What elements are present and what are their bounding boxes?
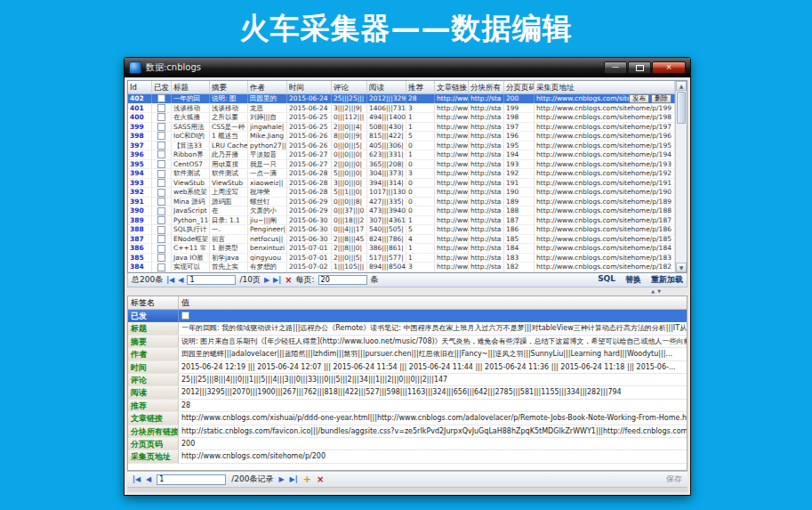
published-checkbox[interactable]	[157, 254, 165, 262]
form-field-value[interactable]: 2012|||3295|||2070|||1900|||267|||762|||…	[179, 386, 687, 398]
table-row[interactable]: 384 实现可以 首先上实 有梦想的 2015-07-02 1|||105|||…	[128, 263, 675, 272]
published-checkbox[interactable]	[157, 104, 165, 112]
previous-record-icon[interactable]: ◀	[146, 475, 151, 483]
form-row[interactable]: 作者 田园里的蟋蟀|||adalovelacer|||蓝陌然|||lzhdim|…	[128, 348, 687, 360]
form-row[interactable]: 推荐 28	[128, 400, 687, 412]
form-row[interactable]: 摘要 说明: 图片来自音乐期刊《[年少轻狂人得意](http://www.luo…	[128, 336, 687, 348]
column-header-comments[interactable]: 评论	[332, 81, 367, 93]
form-row-published[interactable]: 已发	[128, 310, 687, 322]
form-row[interactable]: 采集页地址 http://www.cnblogs.com/sitehome/p/…	[128, 450, 687, 463]
table-row[interactable]: 390 JavaScript 在 欠萧的小 2015-06-29 0|||37|…	[128, 206, 675, 216]
scroll-up-icon[interactable]: ▲	[676, 81, 687, 91]
table-row[interactable]: 398 IoC和DI的 1 概述当 Mike.Jiang 2015-06-26 …	[128, 132, 675, 142]
last-page-icon[interactable]: ▶|	[273, 276, 281, 284]
form-field-value[interactable]: 25|||25|||8|||4|||0|||1|||5|||4|||3|||0|…	[179, 374, 687, 385]
form-field-value[interactable]: 200	[179, 438, 687, 449]
last-record-icon[interactable]: ▶|	[290, 475, 298, 483]
table-row[interactable]: 392 web系统架 上周没写 祝坤荣 2015-06-28 5|||1|||0…	[128, 188, 675, 198]
published-checkbox[interactable]	[157, 113, 165, 121]
column-header-collect-url[interactable]: 采集页地址	[535, 81, 675, 93]
delete-record-icon[interactable]: ×	[317, 475, 324, 484]
form-row[interactable]: 分页页码 200	[128, 438, 687, 450]
form-field-value[interactable]: http://static.cnblogs.com/favicon.ico|||…	[179, 425, 687, 437]
add-record-icon[interactable]: +	[303, 475, 311, 484]
table-row[interactable]: 402 一年的回 说明: 图 田园里的 2015-06-24 25|||25||…	[128, 94, 675, 104]
first-page-icon[interactable]: |◀	[166, 276, 174, 284]
maximize-button[interactable]	[628, 61, 651, 74]
form-field-value[interactable]: 田园里的蟋蟀|||adalovelacer|||蓝陌然|||lzhdim|||慧…	[179, 348, 687, 360]
published-checkbox[interactable]	[157, 216, 165, 224]
form-row[interactable]: 分块所有链接 http://static.cnblogs.com/favicon…	[128, 425, 687, 438]
table-row[interactable]: 395 CentOS7 用qt直接 我是一只 2015-06-27 2|||0|…	[128, 160, 675, 170]
record-number-input[interactable]	[157, 474, 226, 485]
close-pager-icon[interactable]: ×	[285, 276, 292, 285]
column-header-id[interactable]: Id	[128, 81, 152, 93]
table-row[interactable]: 397 【算法33 LRU Cache python27|| 2015-06-2…	[128, 142, 675, 151]
panel-splitter[interactable]: ▲ ▼	[127, 287, 687, 295]
published-checkbox[interactable]	[157, 132, 165, 140]
column-header-page-number[interactable]: 分页页码	[504, 81, 535, 93]
column-header-recommend[interactable]: 推荐	[406, 81, 435, 93]
close-button[interactable]: ×	[652, 61, 686, 74]
published-checkbox[interactable]	[157, 207, 165, 215]
form-field-value[interactable]: http://www.cnblogs.com/sitehome/p/200	[179, 450, 687, 462]
column-header-author[interactable]: 作者	[248, 81, 287, 93]
splitter-down-icon[interactable]: ▼	[657, 288, 661, 295]
published-checkbox[interactable]	[157, 123, 165, 131]
first-record-icon[interactable]: |◀	[133, 475, 141, 483]
table-row[interactable]: 400 在火狐播 之所以要 刘婷|||自 2015-06-25 0|||112|…	[128, 113, 675, 123]
published-checkbox[interactable]	[157, 263, 165, 271]
per-page-input[interactable]	[318, 275, 367, 285]
published-checkbox[interactable]	[157, 198, 165, 206]
published-checkbox[interactable]	[157, 94, 165, 102]
form-row[interactable]: 标题 一年的回顾: 我的领域驱动设计之路|||远程办公《Remote》读书笔记:…	[128, 322, 687, 335]
table-row[interactable]: 396 Ribbon界 此乃开播 平淡如昔 2015-06-27 0|||0||…	[128, 150, 675, 160]
published-checkbox[interactable]	[181, 312, 189, 320]
form-row[interactable]: 时间 2015-06-24 12:19 ||| 2015-06-24 12:07…	[128, 361, 687, 374]
column-header-title[interactable]: 标题	[172, 81, 210, 93]
next-record-icon[interactable]: ▶	[278, 475, 284, 483]
scrollbar-track[interactable]	[676, 125, 687, 263]
published-checkbox[interactable]	[157, 150, 165, 158]
minimize-button[interactable]: —	[604, 61, 627, 74]
splitter-up-icon[interactable]: ▲	[651, 288, 655, 295]
scroll-down-icon[interactable]: ▼	[676, 263, 687, 272]
table-row[interactable]: 394 软件测试 软件测试 一点一滴 2015-06-28 5|||0|||0|…	[128, 169, 675, 179]
column-header-article-link[interactable]: 文章链接	[435, 81, 469, 93]
published-checkbox[interactable]	[157, 235, 165, 243]
form-field-value[interactable]: 2015-06-24 12:19 ||| 2015-06-24 12:07 ||…	[179, 361, 687, 373]
column-header-published[interactable]: 已发	[152, 81, 172, 93]
reload-link[interactable]: 重新加载	[651, 274, 683, 286]
previous-page-icon[interactable]: ◀	[178, 276, 183, 284]
form-field-value[interactable]: 28	[179, 400, 687, 411]
scrollbar-thumb[interactable]	[677, 92, 686, 124]
published-checkbox[interactable]	[157, 189, 165, 197]
published-checkbox[interactable]	[157, 245, 165, 253]
table-row[interactable]: 399 SASS用法 CSS是一种 jingwhale| 2015-06-25 …	[128, 123, 675, 133]
column-header-block-links[interactable]: 分块所有	[469, 81, 504, 93]
delete-row-button[interactable]: 删除	[651, 94, 671, 103]
grid-vertical-scrollbar[interactable]: ▲ ▼	[675, 81, 687, 272]
table-row[interactable]: 389 Python_11- 目录: 1.1 jiu~|||阐 2015-06-…	[128, 216, 675, 226]
form-field-value[interactable]: 说明: 图片来自音乐期刊《[年少轻狂人得意](http://www.luoo.n…	[179, 336, 687, 347]
page-number-input[interactable]	[187, 275, 236, 285]
published-checkbox[interactable]	[157, 170, 165, 178]
sql-link[interactable]: SQL	[598, 274, 615, 286]
table-row[interactable]: 387 ENode框架 前言 netfocus|| 2015-06-30 2||…	[128, 235, 675, 245]
published-checkbox[interactable]	[157, 160, 165, 168]
form-field-value[interactable]: 一年的回顾: 我的领域驱动设计之路|||远程办公《Remote》读书笔记: 中国…	[179, 322, 687, 334]
table-row[interactable]: 401 浅谈移动 浅谈移动 龙恩 2015-06-24 3|||2|||9| 1…	[128, 104, 675, 114]
table-row[interactable]: 388 SQL执行计 一. Pengineer| 2015-06-30 0|||…	[128, 225, 675, 235]
table-row[interactable]: 385 Java IO最 初学java qingyuou 2015-07-01 …	[128, 254, 675, 263]
next-page-icon[interactable]: ▶	[264, 276, 269, 284]
published-checkbox[interactable]	[157, 142, 165, 150]
replace-link[interactable]: 替换	[625, 274, 641, 286]
column-header-time[interactable]: 时间	[287, 81, 332, 93]
column-header-summary[interactable]: 摘要	[210, 81, 248, 93]
form-row[interactable]: 评论 25|||25|||8|||4|||0|||1|||5|||4|||3||…	[128, 374, 687, 386]
published-checkbox[interactable]	[157, 179, 165, 187]
form-row[interactable]: 阅读 2012|||3295|||2070|||1900|||267|||762…	[128, 386, 687, 399]
form-row[interactable]: 文章链接 http://www.cnblogs.com/xishuai/p/dd…	[128, 412, 687, 425]
publish-button[interactable]: 发布	[629, 94, 649, 103]
column-header-reads[interactable]: 阅读	[367, 81, 406, 93]
